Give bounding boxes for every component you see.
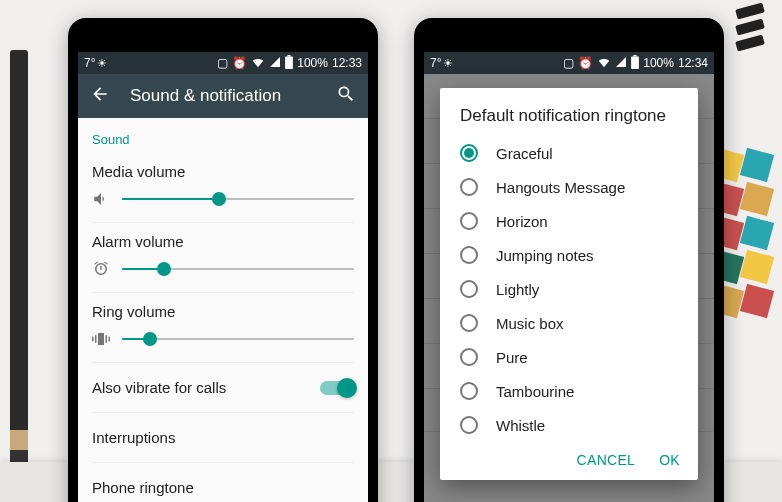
status-bar: 7° ☀ ▢ ⏰ 100% 12:33 xyxy=(78,52,368,74)
cancel-button[interactable]: CANCEL xyxy=(577,452,636,468)
phone-right: 7° ☀ ▢ ⏰ 100% 12:34 R A I P D N W Show a… xyxy=(414,18,724,502)
ringtone-option[interactable]: Graceful xyxy=(440,136,698,170)
pencil-prop xyxy=(10,50,28,470)
battery-percent: 100% xyxy=(297,56,328,70)
clock: 12:33 xyxy=(332,56,362,70)
dialog-title: Default notification ringtone xyxy=(440,106,698,136)
ringtone-option[interactable]: Tambourine xyxy=(440,374,698,408)
alarm-icon: ⏰ xyxy=(578,56,593,70)
ok-button[interactable]: OK xyxy=(659,452,680,468)
wifi-icon xyxy=(251,55,265,72)
ringtone-label: Lightly xyxy=(496,281,539,298)
interruptions-item[interactable]: Interruptions xyxy=(92,413,354,463)
svg-rect-1 xyxy=(288,55,291,57)
alarm-volume-slider[interactable] xyxy=(122,268,354,270)
ringtone-label: Tambourine xyxy=(496,383,574,400)
signal-icon xyxy=(269,56,281,71)
ringtone-option[interactable]: Pure xyxy=(440,340,698,374)
search-icon[interactable] xyxy=(336,84,356,108)
radio-icon xyxy=(460,212,478,230)
svg-rect-4 xyxy=(631,56,639,68)
radio-icon xyxy=(460,280,478,298)
binder-clips-prop xyxy=(732,0,782,80)
ringtone-option[interactable]: Hangouts Message xyxy=(440,170,698,204)
ringtone-option[interactable]: Whistle xyxy=(440,408,698,442)
ringtone-label: Whistle xyxy=(496,417,545,434)
radio-icon xyxy=(460,314,478,332)
status-bar: 7° ☀ ▢ ⏰ 100% 12:34 xyxy=(424,52,714,74)
radio-icon xyxy=(460,382,478,400)
battery-percent: 100% xyxy=(643,56,674,70)
ring-volume-slider[interactable] xyxy=(122,338,354,340)
vibrate-label: Also vibrate for calls xyxy=(92,379,226,396)
svg-rect-5 xyxy=(634,55,637,57)
ringtone-option[interactable]: Horizon xyxy=(440,204,698,238)
vibrate-switch[interactable] xyxy=(320,381,354,395)
media-volume-setting: Media volume xyxy=(92,153,354,223)
ringtone-dialog: Default notification ringtone GracefulHa… xyxy=(440,88,698,480)
battery-icon xyxy=(631,55,639,72)
media-volume-label: Media volume xyxy=(92,163,354,180)
battery-icon xyxy=(285,55,293,72)
ringtone-label: Music box xyxy=(496,315,564,332)
vibrate-icon: ▢ xyxy=(563,56,574,70)
app-bar: Sound & notification xyxy=(78,74,368,118)
media-volume-slider[interactable] xyxy=(122,198,354,200)
phone-left: 7° ☀ ▢ ⏰ 100% 12:33 xyxy=(68,18,378,502)
section-header-sound: Sound xyxy=(92,118,354,153)
vibrate-icon: ▢ xyxy=(217,56,228,70)
page-title: Sound & notification xyxy=(130,86,316,106)
vibrate-ring-icon xyxy=(92,330,110,348)
radio-icon xyxy=(460,178,478,196)
ringtone-option[interactable]: Music box xyxy=(440,306,698,340)
radio-icon xyxy=(460,348,478,366)
alarm-icon: ⏰ xyxy=(232,56,247,70)
ring-volume-setting: Ring volume xyxy=(92,293,354,363)
ringtone-label: Horizon xyxy=(496,213,548,230)
ringtone-label: Graceful xyxy=(496,145,553,162)
volume-icon xyxy=(92,190,110,208)
radio-icon xyxy=(460,144,478,162)
alarm-volume-label: Alarm volume xyxy=(92,233,354,250)
ringtone-label: Hangouts Message xyxy=(496,179,625,196)
clock: 12:34 xyxy=(678,56,708,70)
alarm-volume-setting: Alarm volume xyxy=(92,223,354,293)
radio-icon xyxy=(460,246,478,264)
ringtone-label: Pure xyxy=(496,349,528,366)
ringtone-option[interactable]: Lightly xyxy=(440,272,698,306)
ringtone-label: Jumping notes xyxy=(496,247,594,264)
temperature: 7° xyxy=(430,56,441,70)
temperature: 7° xyxy=(84,56,95,70)
weather-icon: ☀ xyxy=(443,57,453,70)
vibrate-for-calls-row[interactable]: Also vibrate for calls xyxy=(92,363,354,413)
ring-volume-label: Ring volume xyxy=(92,303,354,320)
svg-rect-0 xyxy=(285,56,293,68)
alarm-clock-icon xyxy=(92,260,110,278)
ringtone-option[interactable]: Jumping notes xyxy=(440,238,698,272)
signal-icon xyxy=(615,56,627,71)
radio-icon xyxy=(460,416,478,434)
wifi-icon xyxy=(597,55,611,72)
phone-ringtone-item[interactable]: Phone ringtone xyxy=(92,463,354,502)
back-icon[interactable] xyxy=(90,84,110,108)
weather-icon: ☀ xyxy=(97,57,107,70)
